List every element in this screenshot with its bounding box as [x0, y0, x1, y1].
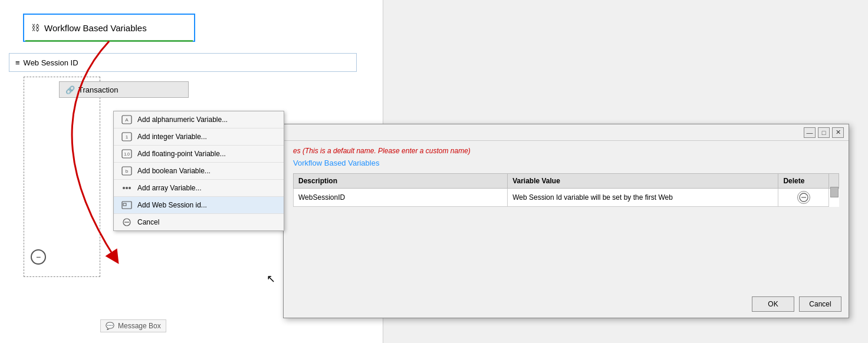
close-button[interactable]: ✕ [832, 127, 844, 138]
svg-point-8 [123, 187, 125, 189]
delete-row-button[interactable] [797, 191, 810, 204]
menu-item-add-web-session[interactable]: Add Web Session id... [114, 197, 284, 214]
cell-delete [778, 189, 828, 207]
context-menu: A Add alphanumeric Variable... 1 Add int… [113, 111, 284, 231]
col-header-delete: Delete [778, 174, 828, 189]
cell-description[interactable]: WebSessionID [294, 189, 508, 207]
web-session-menu-icon [121, 200, 133, 210]
variables-table: Description Variable Value Delete [293, 173, 839, 207]
alphanumeric-icon: A [121, 115, 133, 124]
svg-text:A: A [125, 117, 129, 123]
menu-item-add-floating[interactable]: 1.0 Add floating-point Variable... [114, 146, 284, 163]
cancel-dialog-button[interactable]: Cancel [799, 296, 841, 312]
workflow-btn-label: Workflow Based Variables [44, 23, 147, 33]
maximize-button[interactable]: □ [818, 127, 830, 138]
warning-text: es (This is a default name. Please enter… [293, 147, 839, 155]
integer-icon: 1 [121, 132, 133, 141]
transaction-node[interactable]: 🔗 Transaction [59, 81, 189, 98]
svg-rect-12 [123, 203, 126, 206]
web-session-id-node: ≡ Web Session ID [9, 53, 357, 72]
minus-icon: − [36, 252, 41, 262]
cell-variable-value: Web Session Id variable will be set by t… [508, 189, 778, 207]
table-row: WebSessionID Web Session Id variable wil… [294, 189, 839, 207]
dialog-content: es (This is a default name. Please enter… [284, 141, 849, 213]
transaction-icon: 🔗 [65, 85, 75, 94]
message-box-text: Message Box [118, 322, 161, 330]
collapse-button[interactable]: − [31, 249, 46, 265]
transaction-label: Transaction [78, 85, 118, 94]
boolean-icon: b [121, 166, 133, 176]
ok-button[interactable]: OK [752, 296, 794, 312]
menu-item-add-integer[interactable]: 1 Add integer Variable... [114, 128, 284, 146]
array-icon [121, 183, 133, 193]
menu-label-web-session: Add Web Session id... [137, 201, 207, 209]
menu-label-integer: Add integer Variable... [137, 133, 207, 141]
web-session-text: Web Session ID [24, 58, 78, 67]
menu-label-boolean: Add boolean Variable... [137, 167, 211, 175]
message-box-icon: 💬 [106, 322, 114, 330]
menu-item-add-alphanumeric[interactable]: A Add alphanumeric Variable... [114, 111, 284, 128]
dashed-container [24, 77, 100, 277]
workflow-link[interactable]: Vorkflow Based Variables [293, 159, 839, 167]
svg-text:b: b [126, 169, 129, 174]
menu-item-cancel[interactable]: Cancel [114, 214, 284, 230]
svg-point-9 [126, 187, 128, 189]
dialog-titlebar: — □ ✕ [284, 124, 849, 141]
web-session-icon: ≡ [15, 58, 20, 67]
col-header-value: Variable Value [508, 174, 778, 189]
menu-label-floating: Add floating-point Variable... [137, 150, 226, 158]
variables-dialog: — □ ✕ es (This is a default name. Please… [283, 124, 849, 318]
menu-label-array: Add array Variable... [137, 184, 202, 192]
menu-label-alphanumeric: Add alphanumeric Variable... [137, 116, 228, 124]
menu-item-add-array[interactable]: Add array Variable... [114, 180, 284, 197]
message-box-node: 💬 Message Box [100, 319, 166, 332]
svg-text:1: 1 [126, 134, 129, 140]
minimize-button[interactable]: — [804, 127, 816, 138]
svg-point-10 [129, 187, 131, 189]
menu-item-add-boolean[interactable]: b Add boolean Variable... [114, 163, 284, 180]
dialog-footer: OK Cancel [752, 296, 841, 312]
floating-icon: 1.0 [121, 149, 133, 159]
workflow-icon: ⛓ [31, 23, 40, 32]
cancel-menu-icon [121, 217, 133, 227]
workflow-based-variables-button[interactable]: ⛓ Workflow Based Variables [23, 14, 195, 42]
col-header-description: Description [294, 174, 508, 189]
menu-label-cancel: Cancel [137, 218, 159, 226]
svg-text:1.0: 1.0 [124, 152, 130, 156]
